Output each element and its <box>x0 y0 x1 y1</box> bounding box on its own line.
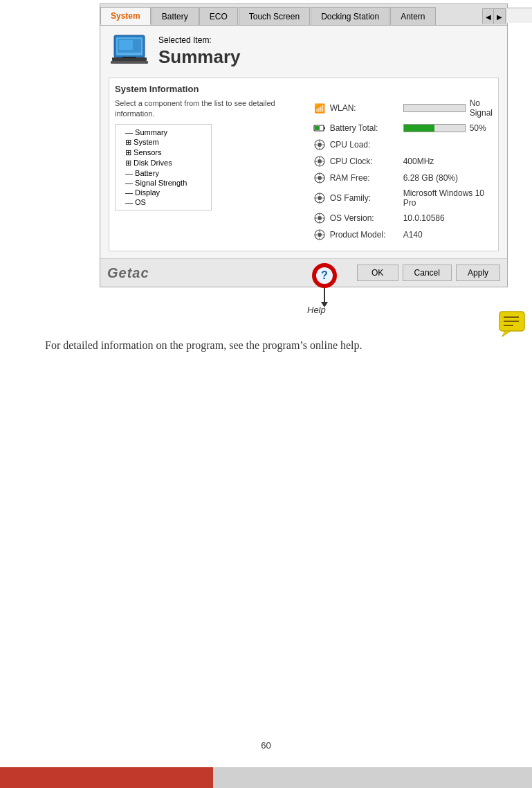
info-panel: 📶 WLAN: No Signal <box>313 98 493 245</box>
system-info-section: System Information Select a component fr… <box>109 78 499 251</box>
header-section: Selected Item: Summary <box>109 33 499 71</box>
tab-next-button[interactable]: ▶ <box>494 9 505 24</box>
os-version-icon <box>313 212 326 224</box>
selected-item-area: Selected Item: Summary <box>158 35 499 68</box>
svg-point-36 <box>318 216 322 220</box>
svg-marker-51 <box>502 331 511 337</box>
system-info-title: System Information <box>115 84 493 94</box>
help-label: Help <box>307 305 326 315</box>
tree-item-signal-strength[interactable]: — Signal Strength <box>117 178 210 188</box>
wlan-label: WLAN: <box>330 103 399 113</box>
svg-point-30 <box>318 196 322 200</box>
cpu-load-icon <box>313 138 326 151</box>
info-row-cpu-load: CPU Load: <box>313 138 493 151</box>
svg-rect-6 <box>122 57 136 58</box>
tree-item-summary[interactable]: — Summary <box>117 127 210 137</box>
cpu-clock-label: CPU Clock: <box>330 156 399 166</box>
product-model-icon <box>313 229 326 241</box>
os-version-value: 10.0.10586 <box>403 213 493 223</box>
tree-item-sensors[interactable]: ⊞ Sensors <box>117 147 210 158</box>
info-layout: Select a component from the list to see … <box>115 98 493 245</box>
info-row-os-version: OS Version: 10.0.10586 <box>313 212 493 224</box>
laptop-icon <box>109 33 150 71</box>
info-row-os-family: OS Family: Microsoft Windows 10 Pro <box>313 188 493 208</box>
svg-point-12 <box>318 143 322 147</box>
info-row-wlan: 📶 WLAN: No Signal <box>313 98 493 118</box>
wlan-icon: 📶 <box>313 102 326 114</box>
page-number: 60 <box>261 740 270 751</box>
strip-gray <box>213 767 532 788</box>
tab-prev-button[interactable]: ◀ <box>483 9 494 24</box>
svg-point-42 <box>318 233 322 237</box>
getac-logo: Getac <box>107 265 149 281</box>
product-model-label: Product Model: <box>330 230 399 240</box>
battery-total-value: 50% <box>470 123 493 133</box>
svg-rect-9 <box>324 127 325 129</box>
cpu-clock-value: 400MHz <box>403 156 493 166</box>
svg-point-24 <box>318 176 322 180</box>
selected-item-label: Selected Item: <box>158 35 499 45</box>
os-family-label: OS Family: <box>330 193 399 203</box>
bottom-bar: Getac OK Cancel Apply <box>100 258 507 287</box>
tree-item-disk-drives[interactable]: ⊞ Disk Drives <box>117 158 210 168</box>
bottom-buttons: OK Cancel Apply <box>357 265 500 281</box>
tree-panel[interactable]: — Summary ⊞ System ⊞ Sensors ⊞ Disk Driv… <box>115 124 212 211</box>
svg-point-18 <box>318 159 322 163</box>
content-area: Selected Item: Summary System Informatio… <box>100 25 507 258</box>
ok-button[interactable]: OK <box>357 265 398 281</box>
summary-title: Summary <box>158 46 499 68</box>
ram-free-label: RAM Free: <box>330 173 399 183</box>
tab-bar: System Battery ECO Touch Screen Docking … <box>100 4 507 25</box>
cpu-clock-icon <box>313 155 326 168</box>
svg-rect-5 <box>111 61 148 64</box>
cpu-load-label: CPU Load: <box>330 140 399 150</box>
cancel-button[interactable]: Cancel <box>403 265 452 281</box>
chat-icon <box>498 309 529 341</box>
battery-icon <box>313 122 326 134</box>
apply-button[interactable]: Apply <box>456 265 500 281</box>
main-window: G G-Manager ✕ System Battery ECO Touch S… <box>100 3 508 287</box>
os-family-value: Microsoft Windows 10 Pro <box>403 188 493 208</box>
info-row-product-model: Product Model: A140 <box>313 229 493 241</box>
description-text: For detailed information on the program,… <box>45 339 363 352</box>
tree-item-display[interactable]: — Display <box>117 188 210 197</box>
ram-free-value: 6.28 GB (80%) <box>403 173 493 183</box>
tree-panel-container: Select a component from the list to see … <box>115 98 306 245</box>
os-family-icon <box>313 192 326 204</box>
info-row-ram-free: RAM Free: 6.28 GB (80%) <box>313 172 493 184</box>
tab-system[interactable]: System <box>100 7 151 25</box>
wlan-value: No Signal <box>470 98 493 118</box>
info-row-battery-total: Battery Total: 50% <box>313 122 493 134</box>
tree-item-os[interactable]: — OS <box>117 197 210 207</box>
help-circle-button[interactable]: ? <box>312 263 337 288</box>
tree-item-system[interactable]: ⊞ System <box>117 137 210 147</box>
svg-text:📶: 📶 <box>314 102 326 114</box>
tab-nav-buttons: ◀ ▶ <box>482 8 506 24</box>
tab-touch-screen[interactable]: Touch Screen <box>239 7 310 25</box>
svg-rect-10 <box>315 126 320 130</box>
tab-eco[interactable]: ECO <box>199 7 238 25</box>
os-version-label: OS Version: <box>330 213 399 223</box>
battery-bar <box>403 124 466 132</box>
tab-antern[interactable]: Antern <box>390 7 435 25</box>
arrow-line <box>324 288 325 302</box>
tree-item-battery[interactable]: — Battery <box>117 168 210 178</box>
battery-total-label: Battery Total: <box>330 123 399 133</box>
tree-description: Select a component from the list to see … <box>115 98 306 120</box>
battery-bar-fill <box>404 125 434 132</box>
strip-orange <box>0 767 213 788</box>
tab-docking-station[interactable]: Docking Station <box>311 7 389 25</box>
info-row-cpu-clock: CPU Clock: 400MHz <box>313 155 493 168</box>
help-question-mark: ? <box>315 266 334 285</box>
svg-rect-3 <box>119 40 133 50</box>
bottom-strip <box>0 767 532 788</box>
wlan-bar <box>403 104 466 112</box>
ram-icon <box>313 172 326 184</box>
tab-battery[interactable]: Battery <box>152 7 199 25</box>
product-model-value: A140 <box>403 230 493 240</box>
